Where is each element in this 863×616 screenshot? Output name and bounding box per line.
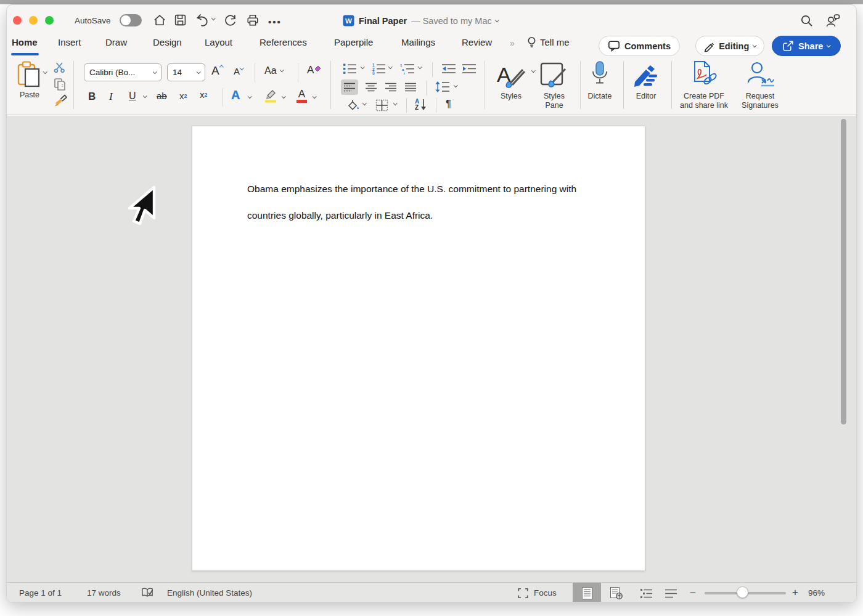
zoom-out-button[interactable]: − bbox=[690, 587, 696, 599]
shading-button[interactable] bbox=[346, 99, 360, 111]
subscript-button[interactable]: x2 bbox=[179, 91, 187, 101]
clear-formatting-button[interactable]: A bbox=[307, 64, 321, 76]
format-painter-icon[interactable] bbox=[54, 94, 67, 107]
change-case-button[interactable]: Aa bbox=[264, 65, 283, 76]
document-canvas[interactable]: Obama emphasizes the importance of the U… bbox=[7, 116, 857, 582]
bullets-button[interactable] bbox=[343, 63, 357, 75]
web-layout-view-button[interactable] bbox=[602, 583, 631, 602]
request-signatures-button[interactable] bbox=[740, 60, 780, 89]
create-pdf-button[interactable] bbox=[685, 60, 722, 89]
spellcheck-icon[interactable] bbox=[141, 587, 154, 599]
tab-design[interactable]: Design bbox=[153, 37, 182, 47]
paste-button[interactable] bbox=[17, 61, 41, 88]
strikethrough-button[interactable]: ab bbox=[157, 91, 167, 101]
minimize-window-button[interactable] bbox=[29, 16, 38, 25]
highlight-button[interactable] bbox=[263, 88, 278, 103]
maximize-window-button[interactable] bbox=[45, 16, 54, 25]
language-status[interactable]: English (United States) bbox=[167, 588, 252, 598]
font-color-chevron-icon[interactable] bbox=[313, 94, 316, 98]
borders-chevron-icon[interactable] bbox=[393, 101, 397, 105]
line-spacing-chevron-icon[interactable] bbox=[454, 83, 457, 87]
numbering-chevron-icon[interactable] bbox=[388, 65, 392, 68]
font-size-select[interactable]: 14 bbox=[167, 63, 205, 81]
tab-mailings[interactable]: Mailings bbox=[401, 37, 435, 47]
styles-pane-button[interactable] bbox=[539, 62, 570, 89]
presence-people-icon[interactable] bbox=[825, 14, 840, 28]
italic-button[interactable]: I bbox=[109, 91, 113, 103]
align-right-button[interactable] bbox=[385, 83, 397, 92]
document-page[interactable]: Obama emphasizes the importance of the U… bbox=[192, 126, 645, 571]
word-count-status[interactable]: 17 words bbox=[87, 588, 121, 598]
svg-text:3: 3 bbox=[372, 71, 375, 75]
print-layout-view-button[interactable] bbox=[573, 583, 601, 602]
more-commands-icon[interactable]: ••• bbox=[268, 17, 282, 27]
tab-references[interactable]: References bbox=[260, 37, 307, 47]
font-name-select[interactable]: Calibri (Bo... bbox=[84, 63, 162, 81]
styles-chevron-icon[interactable] bbox=[531, 68, 535, 72]
tab-overflow-chevrons[interactable]: » bbox=[510, 38, 513, 48]
share-button[interactable]: Share bbox=[772, 36, 841, 56]
close-window-button[interactable] bbox=[13, 16, 22, 25]
focus-label[interactable]: Focus bbox=[534, 588, 557, 598]
highlight-chevron-icon[interactable] bbox=[282, 94, 285, 98]
copy-icon[interactable] bbox=[54, 78, 66, 91]
align-center-button[interactable] bbox=[366, 83, 377, 92]
document-title-group[interactable]: W Final Paper — Saved to my Mac bbox=[343, 15, 498, 26]
tab-paperpile[interactable]: Paperpile bbox=[334, 37, 373, 47]
vertical-scrollbar-thumb[interactable] bbox=[841, 119, 846, 424]
redo-icon[interactable] bbox=[224, 14, 238, 27]
tab-layout[interactable]: Layout bbox=[205, 37, 232, 47]
undo-icon[interactable] bbox=[195, 14, 210, 27]
search-icon[interactable] bbox=[800, 14, 814, 28]
editor-button[interactable] bbox=[628, 61, 664, 88]
svg-text:W: W bbox=[345, 17, 352, 25]
show-paragraph-marks-button[interactable]: ¶ bbox=[446, 98, 451, 110]
grow-font-button[interactable]: A bbox=[211, 64, 223, 78]
text-effects-chevron-icon[interactable] bbox=[248, 94, 252, 98]
font-color-button[interactable]: A bbox=[297, 89, 307, 103]
tab-review[interactable]: Review bbox=[462, 37, 492, 47]
undo-dropdown-chevron-icon[interactable] bbox=[212, 18, 215, 20]
comments-button[interactable]: Comments bbox=[599, 36, 680, 56]
draft-view-button[interactable] bbox=[659, 583, 684, 602]
save-icon[interactable] bbox=[174, 14, 187, 26]
numbering-button[interactable]: 123 bbox=[372, 63, 386, 75]
styles-button[interactable]: A bbox=[496, 61, 528, 89]
autosave-toggle[interactable] bbox=[120, 14, 142, 26]
increase-indent-button[interactable] bbox=[462, 63, 476, 74]
bullets-chevron-icon[interactable] bbox=[361, 65, 364, 68]
sort-button[interactable]: A Z bbox=[415, 99, 427, 111]
editing-button[interactable]: Editing bbox=[695, 36, 764, 56]
print-icon[interactable] bbox=[246, 14, 260, 27]
justify-button[interactable] bbox=[405, 83, 417, 92]
outline-view-button[interactable] bbox=[634, 583, 659, 602]
title-dropdown-chevron-icon[interactable] bbox=[495, 18, 499, 22]
underline-chevron-icon[interactable] bbox=[143, 94, 147, 97]
dictate-button[interactable] bbox=[581, 60, 618, 89]
page-count-status[interactable]: Page 1 of 1 bbox=[19, 588, 62, 598]
superscript-button[interactable]: x2 bbox=[200, 89, 208, 100]
bold-button[interactable]: B bbox=[88, 91, 96, 103]
focus-icon[interactable] bbox=[517, 588, 529, 599]
underline-button[interactable]: U bbox=[129, 91, 136, 102]
multilevel-list-button[interactable]: 1ai bbox=[399, 63, 415, 75]
zoom-percentage[interactable]: 96% bbox=[808, 588, 825, 598]
line-spacing-button[interactable] bbox=[435, 81, 450, 92]
paste-chevron-icon[interactable] bbox=[43, 70, 47, 73]
shrink-font-button[interactable]: A bbox=[234, 66, 243, 76]
shading-chevron-icon[interactable] bbox=[362, 101, 366, 105]
home-icon[interactable] bbox=[153, 14, 166, 26]
zoom-in-button[interactable]: + bbox=[792, 586, 798, 599]
text-effects-button[interactable]: A bbox=[231, 88, 240, 102]
borders-button[interactable] bbox=[375, 99, 388, 111]
cut-icon[interactable] bbox=[54, 62, 65, 73]
align-left-button[interactable] bbox=[344, 83, 356, 92]
tell-me-label[interactable]: Tell me bbox=[540, 37, 570, 47]
tab-insert[interactable]: Insert bbox=[58, 37, 81, 47]
zoom-slider-knob[interactable] bbox=[737, 586, 748, 598]
tab-home[interactable]: Home bbox=[12, 37, 38, 47]
tab-draw[interactable]: Draw bbox=[105, 37, 127, 47]
styles-pane-label-2: Pane bbox=[537, 101, 571, 110]
decrease-indent-button[interactable] bbox=[441, 63, 456, 74]
multilevel-chevron-icon[interactable] bbox=[418, 65, 422, 68]
